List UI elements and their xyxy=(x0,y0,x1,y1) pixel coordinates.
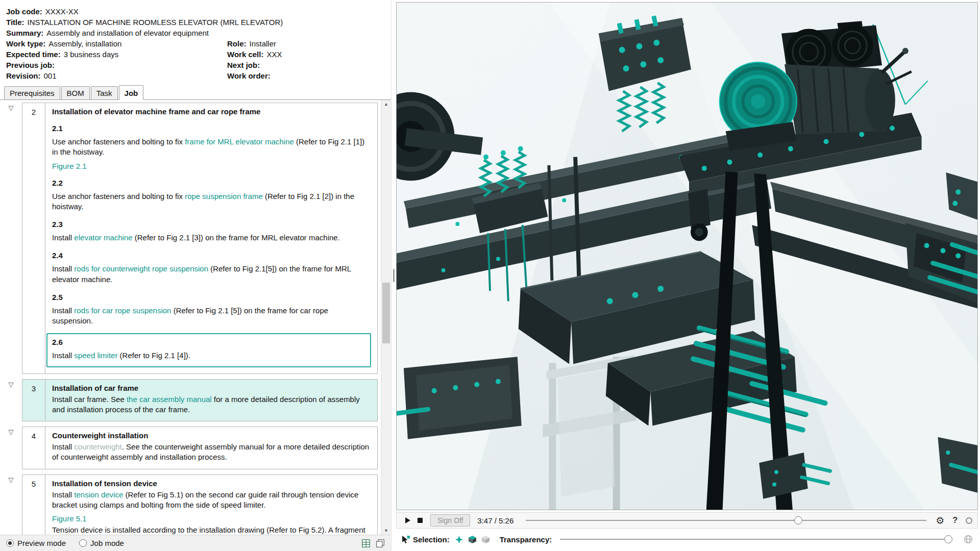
step-paragraph: Install tension device (Refer to Fig 5.1… xyxy=(52,490,370,511)
play-button[interactable] xyxy=(402,514,414,527)
scrollbar-thumb[interactable] xyxy=(382,283,390,343)
substep-number: 2.6 xyxy=(52,338,365,346)
record-icon[interactable] xyxy=(966,517,972,524)
step-row: ▽4Counterweight installationInstall coun… xyxy=(0,427,379,469)
step-paragraph: Install rods for car rope suspension (Re… xyxy=(52,306,370,327)
substep-number: 2.2 xyxy=(52,179,370,187)
step-box[interactable]: 4Counterweight installationInstall count… xyxy=(22,427,378,469)
collapse-triangle-icon[interactable]: ▽ xyxy=(9,428,14,436)
field-label: Previous job: xyxy=(6,61,55,69)
field-label: Work type: xyxy=(6,39,45,48)
tab-bar: PrerequisitesBOMTaskJob xyxy=(0,84,391,100)
settings-gear-icon[interactable]: ⚙ xyxy=(936,516,944,525)
playback-time: 3:47 / 5:26 xyxy=(477,516,513,525)
step-paragraph: Install elevator machine (Refer to Fig 2… xyxy=(52,233,370,243)
tab-prerequisites[interactable]: Prerequisites xyxy=(4,86,60,99)
select-solid-icon[interactable] xyxy=(468,535,477,544)
substep-number: 2.1 xyxy=(52,124,370,133)
help-icon[interactable]: ? xyxy=(952,516,958,525)
playback-bar: Sign Off 3:47 / 5:26 ⚙ ? xyxy=(396,512,978,529)
field-label: Job code: xyxy=(6,7,42,16)
text-run: Use anchor fasteners and bolting to fix xyxy=(52,192,185,201)
step-paragraph: Install counterweight. See the counterwe… xyxy=(52,442,370,463)
step-number: 4 xyxy=(22,427,45,469)
substep[interactable]: 2.3Install elevator machine (Refer to Fi… xyxy=(52,220,370,243)
radio-dot-icon xyxy=(6,539,14,547)
text-run: Install xyxy=(52,264,74,273)
panel-splitter[interactable] xyxy=(391,0,396,551)
job-mode-radio[interactable]: Job mode xyxy=(79,539,124,547)
viewer-panel: Sign Off 3:47 / 5:26 ⚙ ? Selection: xyxy=(396,0,980,551)
substep[interactable]: 2.4Install rods for counterweight rope s… xyxy=(52,251,370,285)
part-link[interactable]: elevator machine xyxy=(74,233,132,242)
text-run: Install xyxy=(52,306,74,315)
preview-mode-radio[interactable]: Preview mode xyxy=(6,539,66,547)
field-label: Role: xyxy=(227,39,247,48)
field-value: Assembly and installation of elevator eq… xyxy=(46,29,209,37)
elevator-3d-model xyxy=(397,3,977,510)
seek-thumb[interactable] xyxy=(794,516,802,524)
tab-job[interactable]: Job xyxy=(119,85,144,100)
step-number: 2 xyxy=(22,103,45,373)
part-link[interactable]: tension device xyxy=(74,490,123,499)
tab-task[interactable]: Task xyxy=(91,86,118,99)
globe-icon[interactable] xyxy=(964,535,973,544)
vertical-scrollbar[interactable]: ▲ ▼ xyxy=(381,100,391,535)
part-link[interactable]: speed limiter xyxy=(74,351,117,360)
float-window-icon[interactable] xyxy=(376,539,385,548)
field-value: XXXX-XX xyxy=(45,7,79,16)
seek-track[interactable] xyxy=(526,520,926,521)
job-info: Job code:XXXX-XX Title:INSTALLATION OF M… xyxy=(0,0,391,84)
excel-export-icon[interactable] xyxy=(361,539,371,548)
step-row: ▽5Installation of tension deviceInstall … xyxy=(0,474,379,535)
step-box[interactable]: 3Installation of car frameInstall car fr… xyxy=(22,379,378,422)
field-label: Title: xyxy=(6,18,24,27)
field-label: Work cell: xyxy=(227,50,263,59)
stop-button[interactable] xyxy=(414,514,426,527)
transparency-slider[interactable] xyxy=(560,534,952,544)
select-body-icon[interactable] xyxy=(481,535,490,544)
substep[interactable]: 2.2Use anchor fasteners and bolting to f… xyxy=(52,179,370,212)
job-mode-label: Job mode xyxy=(90,539,124,547)
seek-slider[interactable] xyxy=(526,515,926,525)
field-value: Installer xyxy=(250,39,277,48)
part-link[interactable]: rope suspension frame xyxy=(185,192,263,201)
figure-link[interactable]: Figure 5.1 xyxy=(52,514,87,523)
step-paragraph: Install car frame. See the car assembly … xyxy=(52,394,370,415)
field-label: Next job: xyxy=(227,61,260,69)
substep-number: 2.4 xyxy=(52,251,370,260)
step-number: 5 xyxy=(22,475,45,535)
part-link[interactable]: frame for MRL elevator machine xyxy=(185,137,294,146)
cursor-icon xyxy=(401,535,410,544)
substep[interactable]: 2.1Use anchor fasteners and bolting to f… xyxy=(52,124,370,170)
text-run: (Refer to Fig 2.1 [4]). xyxy=(117,351,190,360)
scroll-down-icon[interactable]: ▼ xyxy=(381,527,391,535)
step-number: 3 xyxy=(22,380,45,421)
transparency-thumb[interactable] xyxy=(944,535,952,543)
tab-bom[interactable]: BOM xyxy=(61,86,90,99)
part-link-muted[interactable]: counterweight xyxy=(74,442,121,451)
sign-off-button[interactable]: Sign Off xyxy=(430,514,470,527)
part-link[interactable]: rods for car rope suspension xyxy=(74,306,171,315)
text-run: Install xyxy=(52,442,74,451)
selection-bar: Selection: Transparency: xyxy=(396,531,978,548)
scroll-up-icon[interactable]: ▲ xyxy=(381,100,391,108)
step-paragraph: Tension device is installed according to… xyxy=(52,525,370,535)
app-window: Job code:XXXX-XX Title:INSTALLATION OF M… xyxy=(0,0,980,551)
step-box[interactable]: 5Installation of tension deviceInstall t… xyxy=(22,474,378,535)
substep[interactable]: 2.5Install rods for car rope suspension … xyxy=(52,293,370,327)
step-box[interactable]: 2Installation of elevator machine frame … xyxy=(22,103,378,374)
step-title: Installation of elevator machine frame a… xyxy=(52,107,370,116)
figure-link[interactable]: Figure 2.1 xyxy=(52,162,87,170)
field-label: Expected time: xyxy=(6,50,61,59)
substep[interactable]: 2.6Install speed limiter (Refer to Fig 2… xyxy=(46,333,371,367)
collapse-triangle-icon[interactable]: ▽ xyxy=(9,104,14,112)
text-run: Install car frame. See xyxy=(52,395,127,404)
part-link[interactable]: rods for counterweight rope suspension xyxy=(74,264,208,273)
collapse-triangle-icon[interactable]: ▽ xyxy=(9,476,14,484)
pick-selection-icon[interactable] xyxy=(455,535,463,544)
viewport-3d[interactable] xyxy=(396,2,978,510)
transparency-track[interactable] xyxy=(560,539,952,540)
collapse-triangle-icon[interactable]: ▽ xyxy=(9,381,14,388)
part-link[interactable]: the car assembly manual xyxy=(127,395,212,404)
